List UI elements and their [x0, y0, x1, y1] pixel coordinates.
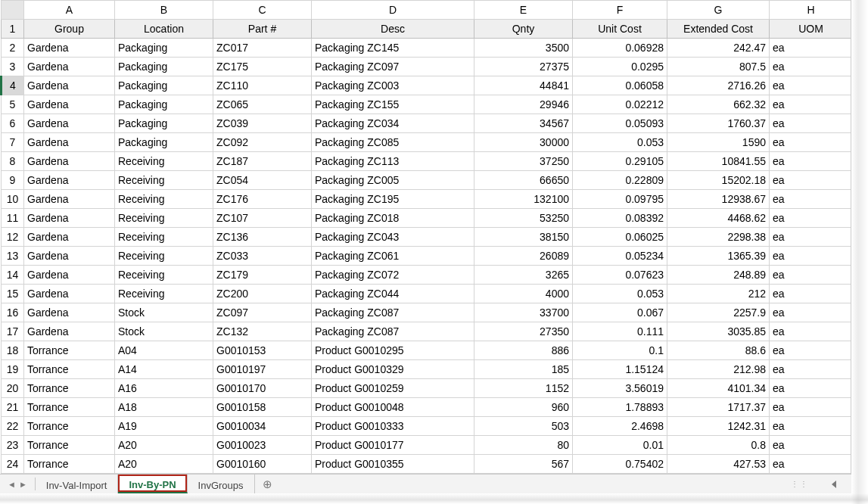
cell[interactable]: 27375	[474, 58, 573, 76]
cell[interactable]: ea	[770, 285, 852, 303]
cell[interactable]: Packaging	[115, 95, 213, 114]
table-row[interactable]: 8GardenaReceivingZC187Packaging ZC113372…	[2, 152, 852, 171]
row-number[interactable]: 7	[2, 133, 24, 152]
cell[interactable]: 3.56019	[573, 379, 667, 398]
cell[interactable]: ea	[770, 266, 852, 285]
cell[interactable]: A04	[115, 341, 213, 360]
table-row[interactable]: 20TorranceA16G0010170Product G0010259115…	[2, 379, 852, 398]
cell[interactable]: 0.06025	[573, 228, 667, 247]
row-number[interactable]: 15	[2, 285, 24, 303]
cell[interactable]: ea	[770, 39, 852, 58]
cell[interactable]: ea	[770, 133, 852, 152]
cell[interactable]: 0.053	[573, 133, 667, 152]
table-row[interactable]: 17GardenaStockZC132Packaging ZC087273500…	[2, 322, 852, 341]
cell[interactable]: 1.15124	[573, 360, 667, 379]
table-row[interactable]: 2GardenaPackagingZC017Packaging ZC145350…	[2, 39, 852, 58]
cell[interactable]: Gardena	[24, 190, 115, 209]
table-row[interactable]: 15GardenaReceivingZC200Packaging ZC04440…	[2, 285, 852, 303]
tab-nav-prev-icon[interactable]: ◄	[8, 480, 16, 489]
scroll-grip-icon[interactable]: ⋮⋮	[791, 480, 809, 488]
cell[interactable]: Gardena	[24, 133, 115, 152]
tab-inv-val-import[interactable]: Inv-Val-Import	[36, 474, 119, 493]
row-number[interactable]: 16	[2, 303, 24, 322]
cell[interactable]: 4000	[474, 285, 573, 303]
col-header-A[interactable]: A	[24, 1, 115, 20]
cell[interactable]: ea	[770, 341, 852, 360]
cell[interactable]: 212.98	[667, 360, 770, 379]
cell[interactable]: ea	[770, 152, 852, 171]
cell[interactable]: Receiving	[115, 171, 213, 190]
table-row[interactable]: 10GardenaReceivingZC176Packaging ZC19513…	[2, 190, 852, 209]
cell[interactable]: ea	[770, 303, 852, 322]
cell[interactable]: ZC097	[213, 303, 312, 322]
cell[interactable]: Gardena	[24, 247, 115, 266]
cell[interactable]: Gardena	[24, 285, 115, 303]
cell[interactable]: ea	[770, 228, 852, 247]
cell[interactable]: Torrance	[24, 360, 115, 379]
cell[interactable]: Gardena	[24, 303, 115, 322]
cell[interactable]: Packaging ZC155	[312, 95, 474, 114]
row-number[interactable]: 6	[2, 114, 24, 133]
cell[interactable]: Gardena	[24, 228, 115, 247]
cell[interactable]: 44841	[474, 76, 573, 95]
cell[interactable]: 0.75402	[573, 455, 667, 474]
cell[interactable]: 503	[474, 417, 573, 436]
table-row[interactable]: 4GardenaPackagingZC110Packaging ZC003448…	[2, 76, 852, 95]
cell[interactable]: Gardena	[24, 76, 115, 95]
cell[interactable]: Product G0010333	[312, 417, 474, 436]
cell[interactable]: ea	[770, 76, 852, 95]
cell[interactable]: A18	[115, 398, 213, 417]
cell[interactable]: Packaging	[115, 39, 213, 58]
row-number[interactable]: 24	[2, 455, 24, 474]
cell[interactable]: 1152	[474, 379, 573, 398]
cell[interactable]: Packaging ZC043	[312, 228, 474, 247]
cell[interactable]: Product G0010355	[312, 455, 474, 474]
cell[interactable]: 66650	[474, 171, 573, 190]
cell[interactable]: 212	[667, 285, 770, 303]
cell[interactable]: ZC065	[213, 95, 312, 114]
cell[interactable]: Packaging	[115, 114, 213, 133]
table-row[interactable]: 21TorranceA18G0010158Product G0010048960…	[2, 398, 852, 417]
table-row[interactable]: 9GardenaReceivingZC054Packaging ZC005666…	[2, 171, 852, 190]
cell[interactable]: Packaging ZC085	[312, 133, 474, 152]
horizontal-scroll-region[interactable]: ⋮⋮	[791, 474, 851, 493]
cell[interactable]: 4468.62	[667, 209, 770, 228]
cell[interactable]: Packaging ZC018	[312, 209, 474, 228]
cell[interactable]: 4101.34	[667, 379, 770, 398]
cell[interactable]: 807.5	[667, 58, 770, 76]
row-number[interactable]: 5	[2, 95, 24, 114]
cell[interactable]: 2716.26	[667, 76, 770, 95]
cell[interactable]: Packaging ZC195	[312, 190, 474, 209]
cell[interactable]: ea	[770, 95, 852, 114]
column-letter-row[interactable]: A B C D E F G H	[2, 1, 852, 20]
data-header-row[interactable]: 1 Group Location Part # Desc Qnty Unit C…	[2, 20, 852, 39]
select-all-corner[interactable]	[2, 1, 24, 20]
cell[interactable]: 37250	[474, 152, 573, 171]
cell[interactable]: 0.29105	[573, 152, 667, 171]
cell[interactable]: ea	[770, 247, 852, 266]
row-number[interactable]: 11	[2, 209, 24, 228]
cell[interactable]: G0010158	[213, 398, 312, 417]
cell[interactable]: Gardena	[24, 209, 115, 228]
cell[interactable]: Packaging ZC097	[312, 58, 474, 76]
cell[interactable]: Packaging ZC072	[312, 266, 474, 285]
cell[interactable]: 0.09795	[573, 190, 667, 209]
cell[interactable]: Receiving	[115, 152, 213, 171]
row-number[interactable]: 18	[2, 341, 24, 360]
cell[interactable]: 0.01	[573, 436, 667, 455]
cell[interactable]: Receiving	[115, 266, 213, 285]
cell[interactable]: Gardena	[24, 114, 115, 133]
header-group[interactable]: Group	[24, 20, 115, 39]
cell[interactable]: 10841.55	[667, 152, 770, 171]
table-row[interactable]: 13GardenaReceivingZC033Packaging ZC06126…	[2, 247, 852, 266]
cell[interactable]: A20	[115, 436, 213, 455]
cell[interactable]: 960	[474, 398, 573, 417]
row-number[interactable]: 1	[2, 20, 24, 39]
cell[interactable]: ea	[770, 436, 852, 455]
cell[interactable]: ea	[770, 171, 852, 190]
cell[interactable]: Gardena	[24, 171, 115, 190]
cell[interactable]: Torrance	[24, 379, 115, 398]
cell[interactable]: Gardena	[24, 152, 115, 171]
cell[interactable]: A16	[115, 379, 213, 398]
cell[interactable]: Packaging ZC044	[312, 285, 474, 303]
